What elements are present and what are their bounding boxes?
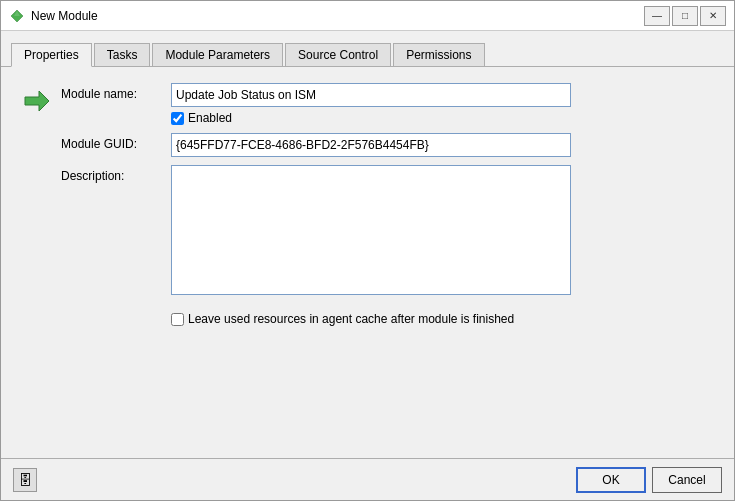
properties-panel: Module name: Enabled Module GUID: — [21, 83, 714, 326]
left-icon-area — [21, 83, 61, 326]
title-bar: New Module — □ ✕ — [1, 1, 734, 31]
cache-control: Leave used resources in agent cache afte… — [171, 312, 714, 326]
cache-row: Leave used resources in agent cache afte… — [61, 306, 714, 326]
description-control — [171, 165, 714, 298]
tab-permissions[interactable]: Permissions — [393, 43, 484, 67]
cancel-button[interactable]: Cancel — [652, 467, 722, 493]
tab-module-parameters[interactable]: Module Parameters — [152, 43, 283, 67]
enabled-checkbox[interactable] — [171, 112, 184, 125]
content-area: Module name: Enabled Module GUID: — [1, 67, 734, 458]
description-label: Description: — [61, 165, 171, 183]
module-guid-input[interactable] — [171, 133, 571, 157]
enabled-row: Enabled — [171, 111, 714, 125]
svg-marker-2 — [25, 91, 49, 111]
tabs-bar: Properties Tasks Module Parameters Sourc… — [1, 31, 734, 67]
module-guid-control — [171, 133, 714, 157]
right-form-area: Module name: Enabled Module GUID: — [61, 83, 714, 326]
cache-checkbox[interactable] — [171, 313, 184, 326]
bottom-bar: 🗄 OK Cancel — [1, 458, 734, 500]
module-name-row: Module name: Enabled — [61, 83, 714, 125]
window-icon — [9, 8, 25, 24]
minimize-button[interactable]: — — [644, 6, 670, 26]
arrow-icon — [21, 85, 53, 117]
module-guid-label: Module GUID: — [61, 133, 171, 151]
window-title: New Module — [31, 9, 644, 23]
main-window: New Module — □ ✕ Properties Tasks Module… — [0, 0, 735, 501]
tab-properties[interactable]: Properties — [11, 43, 92, 67]
module-guid-row: Module GUID: — [61, 133, 714, 157]
tab-source-control[interactable]: Source Control — [285, 43, 391, 67]
maximize-button[interactable]: □ — [672, 6, 698, 26]
cache-spacer — [61, 306, 171, 310]
status-icon: 🗄 — [13, 468, 37, 492]
cache-label: Leave used resources in agent cache afte… — [188, 312, 514, 326]
enabled-label: Enabled — [188, 111, 232, 125]
close-button[interactable]: ✕ — [700, 6, 726, 26]
tab-tasks[interactable]: Tasks — [94, 43, 151, 67]
description-row: Description: — [61, 165, 714, 298]
status-area: 🗄 — [13, 468, 570, 492]
description-textarea[interactable] — [171, 165, 571, 295]
module-name-control: Enabled — [171, 83, 714, 125]
module-name-input[interactable] — [171, 83, 571, 107]
module-name-label: Module name: — [61, 83, 171, 101]
form-rows: Module name: Enabled Module GUID: — [61, 83, 714, 326]
ok-button[interactable]: OK — [576, 467, 646, 493]
window-controls: — □ ✕ — [644, 6, 726, 26]
